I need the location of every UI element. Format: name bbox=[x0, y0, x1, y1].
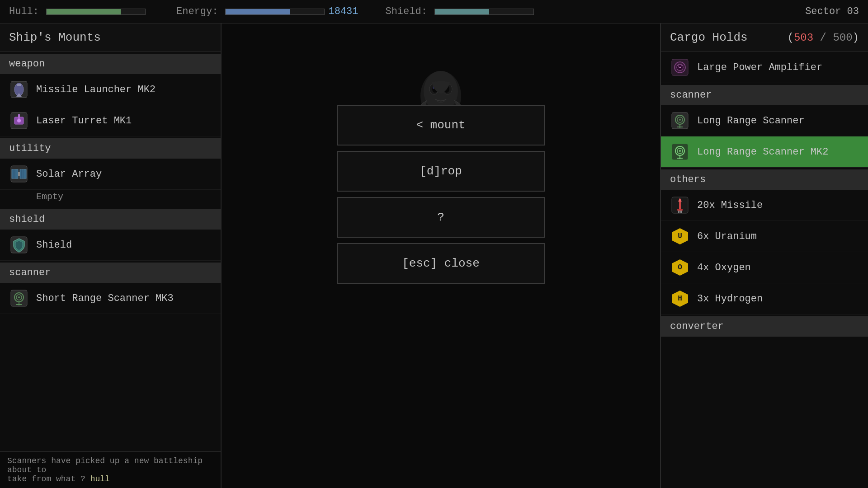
uranium-label: 6x Uranium bbox=[697, 231, 757, 242]
svg-point-7 bbox=[17, 119, 21, 122]
hull-indicator: Hull: bbox=[9, 6, 149, 17]
cargo-category-others: others bbox=[661, 169, 868, 190]
hud-bar: Hull: Energy: 18431 Shield: Sector 03 bbox=[0, 0, 868, 23]
svg-point-43 bbox=[679, 150, 681, 152]
list-item[interactable]: Long Range Scanner bbox=[661, 105, 868, 136]
hydrogen-icon: H bbox=[670, 289, 690, 309]
cargo-holds-panel: Cargo Holds (503 / 500) Large Power Ampl… bbox=[660, 23, 868, 488]
hull-bar bbox=[46, 9, 146, 15]
sector-label: Sector 03 bbox=[805, 6, 859, 17]
hull-label: Hull: bbox=[9, 6, 39, 17]
uranium-hex: U bbox=[672, 228, 688, 244]
laser-turret-icon bbox=[9, 111, 29, 131]
cargo-title: Cargo Holds bbox=[670, 31, 748, 44]
category-utility: utility bbox=[0, 138, 221, 159]
shield-bar-fill bbox=[435, 9, 489, 14]
list-item[interactable]: Shield bbox=[0, 230, 221, 261]
close-button[interactable]: [esc] close bbox=[337, 243, 545, 284]
list-item[interactable]: Large Power Amplifier bbox=[661, 52, 868, 83]
main-layout: Ship's Mounts weapon Missile Launcher MK… bbox=[0, 23, 868, 488]
energy-indicator: Energy: 18431 bbox=[176, 6, 358, 17]
svg-rect-6 bbox=[18, 114, 20, 119]
laser-turret-label: Laser Turret MK1 bbox=[36, 115, 132, 127]
short-range-scanner-label: Short Range Scanner MK3 bbox=[36, 293, 174, 304]
list-item[interactable]: Solar Array bbox=[0, 159, 221, 190]
category-shield: shield bbox=[0, 209, 221, 230]
oxygen-label: 4x Oxygen bbox=[697, 262, 751, 273]
ships-mounts-title: Ship's Mounts bbox=[0, 23, 221, 52]
list-item[interactable]: U 6x Uranium bbox=[661, 221, 868, 252]
missile-launcher-icon bbox=[9, 80, 29, 99]
shield-label: Shield: bbox=[385, 6, 427, 17]
list-item[interactable]: 20x Missile bbox=[661, 190, 868, 221]
svg-point-37 bbox=[679, 119, 681, 121]
list-item[interactable]: Long Range Scanner MK2 bbox=[661, 136, 868, 168]
energy-value: 18431 bbox=[328, 6, 358, 17]
log-line-1: Scanners have picked up a new battleship… bbox=[7, 456, 213, 474]
power-amplifier-icon bbox=[670, 57, 690, 77]
list-item[interactable]: Laser Turret MK1 bbox=[0, 105, 221, 136]
cargo-category-converter: converter bbox=[661, 316, 868, 337]
cargo-category-scanner: scanner bbox=[661, 85, 868, 105]
action-buttons: < mount [d]rop ? [esc] close bbox=[337, 105, 545, 284]
shield-bar bbox=[434, 9, 534, 15]
long-range-scanner-label: Long Range Scanner bbox=[697, 115, 805, 127]
missile-label: 20x Missile bbox=[697, 200, 763, 211]
long-range-scanner-mk2-icon bbox=[670, 142, 690, 162]
cargo-header: Cargo Holds (503 / 500) bbox=[661, 23, 868, 52]
svg-rect-49 bbox=[677, 209, 683, 211]
energy-bar-fill bbox=[226, 9, 290, 14]
svg-rect-50 bbox=[678, 211, 679, 213]
oxygen-icon: O bbox=[670, 258, 690, 277]
list-item[interactable]: O 4x Oxygen bbox=[661, 252, 868, 283]
mount-button[interactable]: < mount bbox=[337, 105, 545, 145]
solar-array-icon bbox=[9, 164, 29, 184]
category-scanner: scanner bbox=[0, 263, 221, 283]
long-range-scanner-icon bbox=[670, 111, 690, 131]
cargo-count: (503 / 500) bbox=[788, 32, 859, 44]
oxygen-hex: O bbox=[672, 259, 688, 276]
svg-rect-51 bbox=[680, 211, 682, 213]
power-amplifier-label: Large Power Amplifier bbox=[697, 62, 822, 73]
ships-mounts-panel: Ship's Mounts weapon Missile Launcher MK… bbox=[0, 23, 222, 488]
hydrogen-label: 3x Hydrogen bbox=[697, 293, 763, 305]
svg-rect-2 bbox=[17, 84, 21, 86]
solar-array-label: Solar Array bbox=[36, 169, 102, 180]
help-button[interactable]: ? bbox=[337, 197, 545, 238]
log-line-2: take from what ? hull bbox=[7, 474, 213, 483]
uranium-icon: U bbox=[670, 226, 690, 246]
log-highlight: hull bbox=[90, 474, 110, 483]
solar-array-empty: Empty bbox=[0, 190, 221, 207]
list-item[interactable]: Missile Launcher MK2 bbox=[0, 74, 221, 105]
cargo-list[interactable]: Large Power Amplifier scanner Long Range… bbox=[661, 52, 868, 488]
short-range-scanner-icon bbox=[9, 288, 29, 308]
hydrogen-hex: H bbox=[672, 291, 688, 307]
energy-bar bbox=[225, 9, 325, 15]
category-weapon: weapon bbox=[0, 54, 221, 74]
combat-log: Scanners have picked up a new battleship… bbox=[0, 451, 221, 488]
cargo-max: 500 bbox=[833, 32, 852, 44]
mounts-list[interactable]: weapon Missile Launcher MK2 bbox=[0, 52, 221, 451]
list-item[interactable]: H 3x Hydrogen bbox=[661, 283, 868, 314]
energy-label: Energy: bbox=[176, 6, 218, 17]
drop-button[interactable]: [d]rop bbox=[337, 151, 545, 192]
cargo-current: 503 bbox=[794, 32, 813, 44]
center-panel: < mount [d]rop ? [esc] close bbox=[222, 23, 660, 488]
hull-bar-fill bbox=[47, 9, 121, 14]
svg-point-20 bbox=[18, 296, 20, 298]
shield-indicator: Shield: bbox=[385, 6, 537, 17]
list-item[interactable]: Short Range Scanner MK3 bbox=[0, 283, 221, 314]
missile-icon bbox=[670, 195, 690, 215]
long-range-scanner-mk2-label: Long Range Scanner MK2 bbox=[697, 146, 828, 158]
shield-label: Shield bbox=[36, 239, 72, 251]
shield-item-icon bbox=[9, 235, 29, 255]
svg-rect-11 bbox=[18, 172, 20, 176]
missile-launcher-label: Missile Launcher MK2 bbox=[36, 84, 156, 95]
